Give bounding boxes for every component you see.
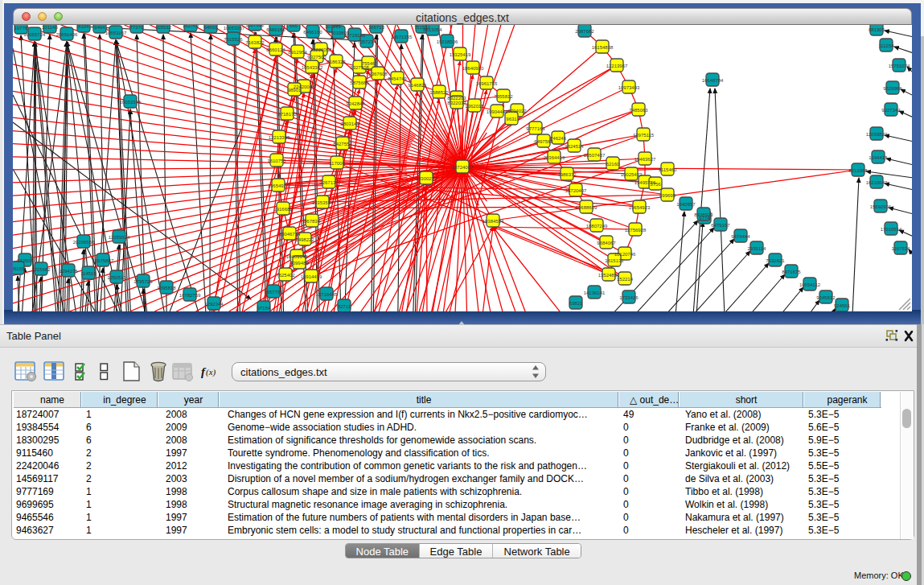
svg-text:10653267: 10653267 bbox=[105, 31, 127, 35]
svg-text:98901: 98901 bbox=[288, 88, 302, 93]
svg-text:12213369: 12213369 bbox=[269, 135, 290, 140]
svg-text:117006: 117006 bbox=[329, 161, 345, 166]
svg-text:1916682: 1916682 bbox=[273, 207, 293, 212]
svg-text:8186323: 8186323 bbox=[326, 60, 346, 64]
svg-text:12756928: 12756928 bbox=[625, 228, 647, 233]
svg-text:10688609: 10688609 bbox=[576, 205, 598, 210]
svg-text:1795725: 1795725 bbox=[133, 279, 153, 284]
svg-text:7485063: 7485063 bbox=[629, 108, 648, 113]
svg-text:39159: 39159 bbox=[13, 266, 25, 271]
svg-text:6497568: 6497568 bbox=[534, 139, 553, 144]
svg-text:1292344: 1292344 bbox=[204, 302, 224, 307]
svg-text:16543362: 16543362 bbox=[302, 65, 323, 70]
svg-text:152760: 152760 bbox=[183, 25, 199, 28]
svg-text:166713: 166713 bbox=[368, 25, 385, 30]
svg-text:1640957: 1640957 bbox=[676, 202, 696, 207]
svg-text:5756: 5756 bbox=[650, 182, 661, 187]
svg-text:16154838: 16154838 bbox=[592, 45, 614, 50]
svg-text:881305: 881305 bbox=[869, 27, 885, 32]
svg-text:18300273: 18300273 bbox=[416, 176, 437, 181]
svg-text:18724007: 18724007 bbox=[452, 165, 474, 170]
svg-text:15692901: 15692901 bbox=[870, 204, 892, 209]
svg-text:9529966: 9529966 bbox=[883, 86, 902, 91]
svg-text:9464: 9464 bbox=[94, 25, 105, 30]
svg-text:9657791: 9657791 bbox=[264, 290, 283, 295]
svg-text:5875685: 5875685 bbox=[350, 80, 369, 85]
svg-text:14136141: 14136141 bbox=[584, 290, 606, 295]
svg-text:10046714: 10046714 bbox=[279, 232, 301, 237]
svg-text:2367608: 2367608 bbox=[368, 72, 388, 76]
svg-text:10654112: 10654112 bbox=[799, 282, 821, 287]
svg-text:152214: 152214 bbox=[617, 277, 634, 282]
svg-text:7357234: 7357234 bbox=[357, 39, 376, 44]
svg-text:8813054: 8813054 bbox=[423, 27, 442, 32]
svg-text:63821: 63821 bbox=[569, 301, 583, 306]
svg-text:8104: 8104 bbox=[78, 25, 89, 29]
svg-text:8938923: 8938923 bbox=[694, 212, 713, 217]
svg-text:16782759: 16782759 bbox=[179, 293, 201, 298]
svg-text:4099489: 4099489 bbox=[290, 261, 309, 266]
svg-text:1167534: 1167534 bbox=[892, 246, 911, 251]
svg-text:9327500: 9327500 bbox=[307, 55, 326, 60]
svg-text:16671355: 16671355 bbox=[391, 35, 413, 39]
svg-text:9146821: 9146821 bbox=[408, 83, 427, 88]
svg-text:19654925: 19654925 bbox=[268, 183, 290, 188]
svg-text:1095818: 1095818 bbox=[157, 286, 176, 290]
svg-text:8427552: 8427552 bbox=[333, 142, 352, 146]
svg-text:1733426: 1733426 bbox=[619, 295, 639, 300]
svg-text:1588520: 1588520 bbox=[429, 90, 449, 95]
svg-text:6466160: 6466160 bbox=[303, 30, 322, 35]
svg-text:10120746: 10120746 bbox=[614, 252, 636, 257]
svg-text:699695: 699695 bbox=[659, 193, 676, 198]
svg-text:17010514: 17010514 bbox=[881, 227, 902, 232]
svg-text:82711: 82711 bbox=[338, 304, 351, 309]
svg-text:16961755: 16961755 bbox=[476, 81, 498, 86]
svg-text:924561: 924561 bbox=[834, 303, 851, 308]
svg-text:1215682: 1215682 bbox=[31, 267, 51, 272]
svg-text:10653267: 10653267 bbox=[224, 26, 245, 31]
svg-text:13325419: 13325419 bbox=[450, 52, 471, 57]
svg-text:2935114: 2935114 bbox=[748, 246, 767, 251]
svg-text:201146: 201146 bbox=[42, 25, 58, 30]
svg-text:1244415: 1244415 bbox=[869, 155, 888, 160]
svg-text:10025433: 10025433 bbox=[621, 172, 643, 177]
svg-text:8454749: 8454749 bbox=[388, 76, 407, 81]
svg-text:9227342: 9227342 bbox=[881, 108, 901, 113]
svg-text:2718170: 2718170 bbox=[277, 112, 297, 117]
svg-text:15751074: 15751074 bbox=[889, 64, 910, 68]
svg-text:16648784: 16648784 bbox=[702, 78, 724, 83]
svg-text:3267130: 3267130 bbox=[319, 180, 339, 185]
svg-text:9777169: 9777169 bbox=[526, 126, 545, 131]
svg-text:62160: 62160 bbox=[606, 162, 620, 167]
svg-text:19384554: 19384554 bbox=[483, 219, 504, 224]
svg-text:7955812: 7955812 bbox=[494, 94, 513, 99]
svg-text:1615132: 1615132 bbox=[605, 258, 624, 263]
svg-text:143508: 143508 bbox=[17, 258, 34, 263]
svg-text:8213958: 8213958 bbox=[848, 168, 868, 173]
svg-text:2803144: 2803144 bbox=[340, 122, 359, 126]
svg-text:7986372: 7986372 bbox=[557, 172, 577, 177]
svg-text:15720407: 15720407 bbox=[565, 188, 587, 193]
svg-text:13353594: 13353594 bbox=[312, 200, 334, 205]
svg-text:77370: 77370 bbox=[130, 25, 144, 30]
svg-text:16914479: 16914479 bbox=[301, 274, 322, 279]
svg-text:16033809: 16033809 bbox=[328, 31, 350, 35]
svg-text:16210643: 16210643 bbox=[866, 180, 888, 185]
svg-text:9115460: 9115460 bbox=[659, 167, 678, 172]
svg-text:1250513: 1250513 bbox=[107, 275, 126, 280]
svg-text:1624514: 1624514 bbox=[565, 144, 584, 149]
svg-text:1362015: 1362015 bbox=[465, 104, 484, 109]
svg-text:12213967: 12213967 bbox=[606, 64, 628, 68]
svg-text:12359924: 12359924 bbox=[109, 235, 130, 240]
svg-text:64661: 64661 bbox=[204, 25, 218, 30]
svg-text:20364416: 20364416 bbox=[544, 155, 565, 160]
svg-text:8660124: 8660124 bbox=[266, 47, 285, 52]
svg-text:2987682: 2987682 bbox=[575, 29, 594, 34]
svg-text:19218506: 19218506 bbox=[437, 39, 458, 44]
svg-text:105532: 105532 bbox=[155, 25, 172, 30]
svg-text:1294275: 1294275 bbox=[59, 269, 78, 274]
svg-text:19654923: 19654923 bbox=[629, 205, 651, 210]
svg-text:97154: 97154 bbox=[257, 306, 271, 311]
svg-text:10973493: 10973493 bbox=[618, 85, 640, 90]
svg-text:7625402: 7625402 bbox=[276, 273, 295, 278]
